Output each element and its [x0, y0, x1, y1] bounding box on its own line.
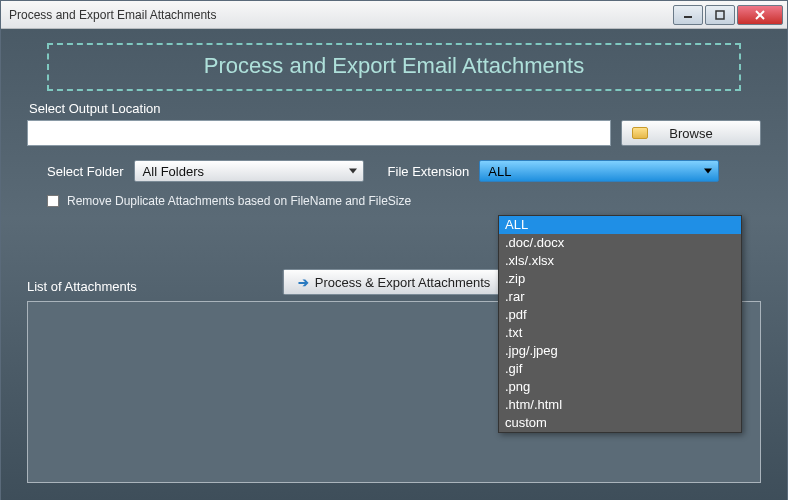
ext-option-htm[interactable]: .htm/.html — [499, 396, 741, 414]
ext-option-zip[interactable]: .zip — [499, 270, 741, 288]
ext-option-all[interactable]: ALL — [499, 216, 741, 234]
attachments-list-label: List of Attachments — [27, 279, 137, 294]
close-button[interactable] — [737, 5, 783, 25]
close-icon — [755, 10, 765, 20]
select-folder-label: Select Folder — [47, 164, 124, 179]
arrow-right-icon: ➔ — [298, 275, 309, 290]
dedupe-row: Remove Duplicate Attachments based on Fi… — [47, 194, 761, 208]
file-extension-value: ALL — [488, 164, 511, 179]
folder-combobox[interactable]: All Folders — [134, 160, 364, 182]
file-extension-combobox[interactable]: ALL — [479, 160, 719, 182]
ext-option-rar[interactable]: .rar — [499, 288, 741, 306]
maximize-button[interactable] — [705, 5, 735, 25]
ext-option-gif[interactable]: .gif — [499, 360, 741, 378]
ext-option-xls[interactable]: .xls/.xlsx — [499, 252, 741, 270]
ext-option-custom[interactable]: custom — [499, 414, 741, 432]
ext-option-png[interactable]: .png — [499, 378, 741, 396]
dedupe-checkbox[interactable] — [47, 195, 59, 207]
window-title: Process and Export Email Attachments — [9, 8, 671, 22]
file-extension-label: File Extension — [388, 164, 470, 179]
client-area: Process and Export Email Attachments Sel… — [1, 29, 787, 500]
ext-option-jpg[interactable]: .jpg/.jpeg — [499, 342, 741, 360]
output-location-label: Select Output Location — [29, 101, 761, 116]
process-export-button[interactable]: ➔ Process & Export Attachments — [283, 269, 506, 295]
banner: Process and Export Email Attachments — [47, 43, 741, 91]
browse-button[interactable]: Browse — [621, 120, 761, 146]
ext-option-txt[interactable]: .txt — [499, 324, 741, 342]
maximize-icon — [715, 10, 725, 20]
minimize-icon — [683, 10, 693, 20]
ext-option-pdf[interactable]: .pdf — [499, 306, 741, 324]
dedupe-label: Remove Duplicate Attachments based on Fi… — [67, 194, 411, 208]
file-extension-dropdown: ALL .doc/.docx .xls/.xlsx .zip .rar .pdf… — [498, 215, 742, 433]
output-row: Browse — [27, 120, 761, 146]
folder-icon — [632, 127, 648, 139]
browse-label: Browse — [669, 126, 712, 141]
svg-rect-1 — [716, 11, 724, 19]
titlebar[interactable]: Process and Export Email Attachments — [1, 1, 787, 29]
minimize-button[interactable] — [673, 5, 703, 25]
window-controls — [671, 5, 783, 25]
folder-combobox-value: All Folders — [143, 164, 204, 179]
app-window: Process and Export Email Attachments Pro… — [0, 0, 788, 500]
config-row: Select Folder All Folders File Extension… — [27, 160, 761, 182]
process-label: Process & Export Attachments — [315, 275, 491, 290]
banner-title: Process and Export Email Attachments — [49, 53, 739, 79]
ext-option-doc[interactable]: .doc/.docx — [499, 234, 741, 252]
output-location-input[interactable] — [27, 120, 611, 146]
